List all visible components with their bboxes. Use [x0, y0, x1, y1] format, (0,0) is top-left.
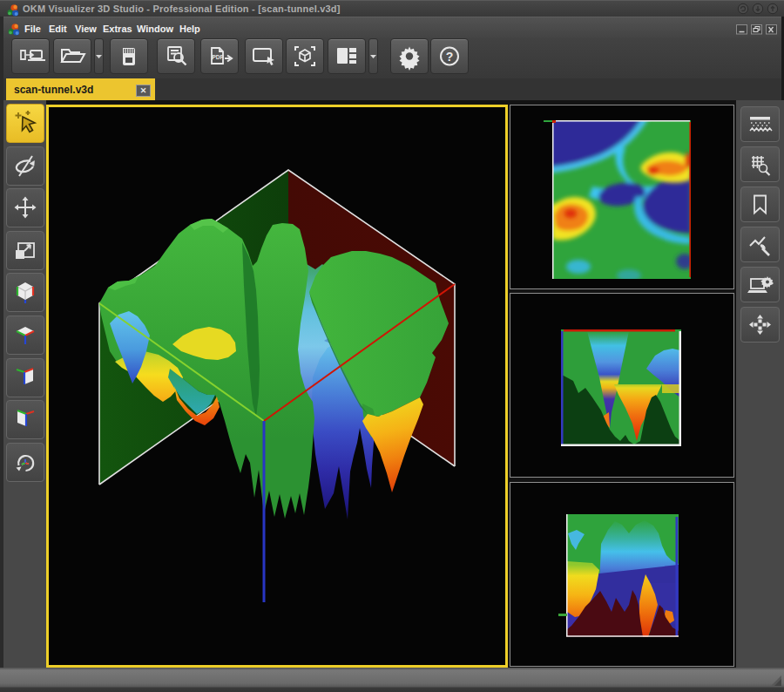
svg-text:?: ? [446, 50, 454, 64]
svg-text:PDF: PDF [213, 54, 224, 60]
